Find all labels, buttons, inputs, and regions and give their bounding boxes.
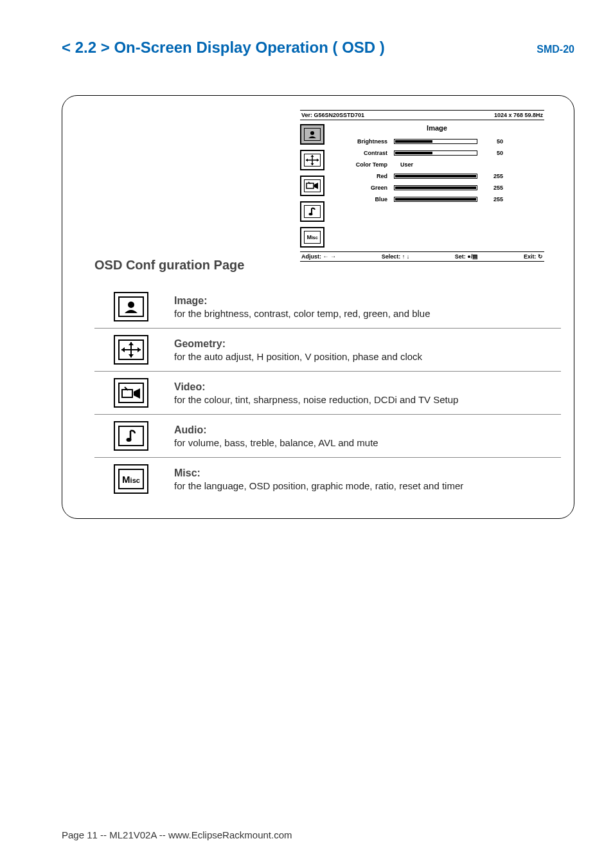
geometry-icon (300, 150, 324, 170)
def-desc: for volume, bass, treble, balance, AVL a… (174, 437, 378, 448)
osd-resolution: 1024 x 768 59.8Hz (494, 112, 543, 118)
slider-bar (394, 185, 477, 190)
def-desc: for the colour, tint, sharpness, noise r… (174, 394, 458, 405)
svg-marker-8 (314, 183, 318, 189)
svg-point-10 (309, 213, 313, 215)
svg-marker-15 (129, 354, 134, 357)
svg-marker-19 (134, 388, 140, 399)
def-row-geometry: Geometry: for the auto adjust, H positio… (94, 329, 561, 372)
def-title: Misc: (174, 467, 463, 479)
svg-marker-14 (129, 342, 134, 345)
osd-row-contrast: Contrast 50 (330, 150, 544, 156)
svg-marker-6 (317, 159, 319, 162)
osd-row-brightness: Brightness 50 (330, 138, 544, 145)
osd-version: Ver: G56SN20SSTD701 (301, 112, 364, 118)
osd-category-label: Image (330, 124, 544, 132)
def-desc: for the brightness, contrast, color temp… (174, 308, 431, 319)
svg-marker-3 (311, 155, 314, 157)
svg-rect-18 (122, 390, 132, 397)
svg-marker-4 (311, 163, 314, 165)
slider-bar (394, 174, 477, 179)
svg-marker-16 (121, 347, 125, 352)
misc-icon: Misc (114, 464, 148, 494)
misc-icon: Misc (300, 227, 324, 248)
slider-bar (394, 197, 477, 202)
svg-marker-17 (138, 347, 141, 352)
slider-bar (394, 139, 477, 144)
osd-row-green: Green 255 (330, 185, 544, 191)
def-row-image: Image: for the brightness, contrast, col… (94, 285, 561, 329)
svg-point-11 (128, 302, 134, 308)
model-label: SMD-20 (537, 44, 574, 55)
osd-hint-set: Set: ●/▤ (455, 253, 478, 260)
page-footer: Page 11 -- ML21V02A -- www.EclipseRackmo… (62, 829, 292, 840)
def-title: Image: (174, 295, 431, 307)
section-title: < 2.2 > On-Screen Display Operation ( OS… (62, 39, 385, 57)
geometry-icon (114, 335, 148, 365)
def-desc: for the auto adjust, H position, V posit… (174, 351, 422, 362)
svg-point-0 (310, 131, 314, 135)
osd-hint-exit: Exit: ↻ (524, 253, 543, 260)
def-desc: for the language, OSD position, graphic … (174, 480, 463, 491)
osd-row-colortemp: Color Temp User (330, 161, 544, 168)
def-title: Geometry: (174, 338, 422, 350)
osd-hint-select: Select: ↑ ↓ (382, 253, 410, 260)
video-icon (300, 176, 324, 196)
svg-marker-5 (306, 159, 308, 162)
svg-point-21 (127, 438, 132, 442)
def-row-misc: Misc Misc: for the language, OSD positio… (94, 458, 561, 500)
def-title: Video: (174, 381, 458, 393)
def-row-video: Video: for the colour, tint, sharpness, … (94, 372, 561, 415)
osd-row-blue: Blue 255 (330, 196, 544, 203)
osd-preview: Ver: G56SN20SSTD701 1024 x 768 59.8Hz (300, 110, 544, 262)
osd-tab-icons: Misc (300, 123, 324, 248)
slider-bar (394, 150, 477, 156)
image-icon (300, 124, 324, 145)
video-icon (114, 378, 148, 408)
def-title: Audio: (174, 424, 378, 436)
audio-icon (300, 201, 324, 222)
audio-icon (114, 421, 148, 451)
image-icon (114, 292, 148, 321)
osd-row-red: Red 255 (330, 173, 544, 179)
osd-hint-adjust: Adjust: ← → (301, 253, 336, 260)
content-panel: Ver: G56SN20SSTD701 1024 x 768 59.8Hz (62, 95, 574, 519)
def-row-audio: Audio: for volume, bass, treble, balance… (94, 415, 561, 458)
